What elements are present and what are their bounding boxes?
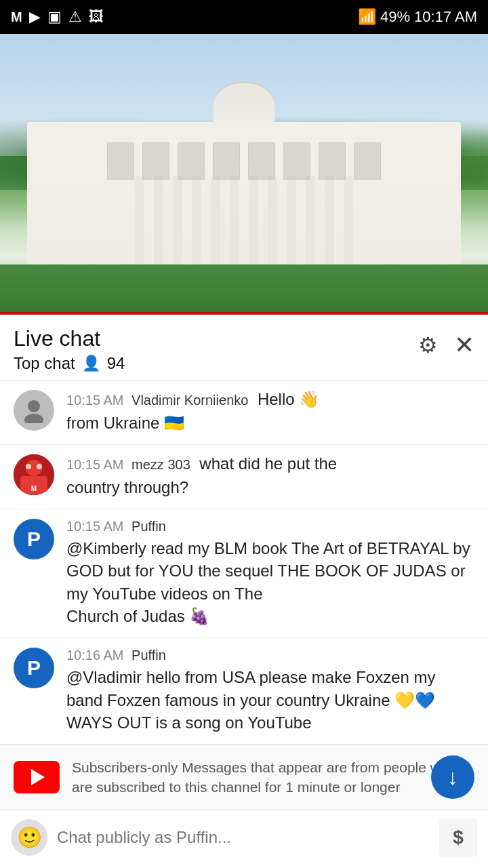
message-time: 10:15 AM [66, 457, 124, 472]
building-facade [27, 122, 461, 271]
svg-point-5 [26, 464, 31, 469]
app-icon-youtube: ▶ [29, 8, 41, 26]
message-meta: 10:16 AM Puffin [66, 648, 474, 663]
viewers-icon: 👤 [82, 355, 100, 372]
message-text: from Ukraine 🇺🇦 [66, 412, 474, 435]
lawn [0, 264, 488, 312]
app-icon-m: M [11, 9, 22, 25]
building-dome [214, 81, 274, 129]
chat-messages-list: 10:15 AM Vladimir Korniienko Hello 👋 fro… [0, 380, 488, 744]
chat-header-actions: ⚙ ✕ [418, 326, 474, 359]
message-username: mezz 303 [131, 457, 190, 472]
avatar-letter: P [27, 528, 41, 551]
chat-message: P 10:16 AM Puffin @Vladimir hello from U… [0, 638, 488, 745]
message-time: 10:15 AM [66, 393, 124, 408]
chat-input-bar: 🙂 $ [0, 810, 488, 865]
message-username: Vladimir Korniienko [131, 393, 248, 408]
subscriber-notice-text: Subscribers-only Messages that appear ar… [72, 757, 474, 797]
message-time: 10:16 AM [66, 648, 124, 663]
app-icon-alert: ⚠ [68, 8, 82, 26]
message-meta: 10:15 AM Puffin [66, 519, 474, 534]
avatar [14, 390, 54, 431]
message-body: 10:15 AM Puffin @Kimberly read my BLM bo… [66, 519, 474, 628]
avatar: M [14, 454, 54, 495]
scroll-down-arrow-icon: ↓ [447, 765, 458, 790]
chat-header-left: Live chat Top chat 👤 94 [14, 326, 125, 373]
app-icon-files: ▣ [47, 8, 62, 26]
status-right: 📶 49% 10:17 AM [358, 8, 477, 26]
close-icon[interactable]: ✕ [454, 331, 474, 359]
emoji-icon: 🙂 [17, 825, 42, 849]
video-player[interactable] [0, 34, 488, 312]
chat-message: M 10:15 AM mezz 303 what did he put the … [0, 445, 488, 509]
emoji-button[interactable]: 🙂 [11, 819, 47, 856]
svg-text:M: M [31, 485, 37, 492]
svg-point-1 [24, 414, 43, 423]
scroll-down-button[interactable]: ↓ [431, 755, 474, 799]
avatar: P [14, 648, 54, 688]
message-text-line2: Church of Judas 🍇 [66, 605, 474, 628]
top-chat-label[interactable]: Top chat [14, 354, 75, 373]
chat-message: 10:15 AM Vladimir Korniienko Hello 👋 fro… [0, 380, 488, 445]
message-body: 10:15 AM Vladimir Korniienko Hello 👋 fro… [66, 390, 474, 435]
message-body: 10:16 AM Puffin @Vladimir hello from USA… [66, 648, 474, 734]
youtube-logo [14, 761, 60, 793]
avatar: P [14, 519, 54, 559]
message-time: 10:15 AM [66, 519, 124, 534]
message-username: Puffin [131, 519, 166, 534]
settings-icon[interactable]: ⚙ [418, 332, 438, 358]
status-icons-left: M ▶ ▣ ⚠ 🖼 [11, 8, 104, 26]
message-text: @Kimberly read my BLM book The Art of BE… [66, 537, 474, 606]
message-body: 10:15 AM mezz 303 what did he put the co… [66, 454, 474, 499]
avatar-letter: P [27, 656, 41, 679]
chat-input[interactable] [57, 828, 430, 847]
message-username: Puffin [131, 648, 166, 663]
message-meta: 10:15 AM mezz 303 what did he put the [66, 454, 474, 473]
subscriber-notice: Subscribers-only Messages that appear ar… [0, 745, 488, 810]
message-meta: 10:15 AM Vladimir Korniienko Hello 👋 [66, 390, 474, 409]
time-display: 10:17 AM [414, 8, 477, 26]
super-chat-icon: $ [453, 827, 464, 848]
message-text: @Vladimir hello from USA please make Fox… [66, 666, 474, 734]
app-icon-image: 🖼 [89, 8, 104, 26]
wifi-icon: 📶 [358, 8, 376, 26]
message-text-inline: Hello 👋 [258, 390, 319, 408]
chat-header: Live chat Top chat 👤 94 ⚙ ✕ [0, 315, 488, 380]
live-chat-title: Live chat [14, 326, 125, 351]
chat-message: P 10:15 AM Puffin @Kimberly read my BLM … [0, 509, 488, 638]
battery-level: 49% [380, 8, 410, 26]
columns-row [135, 176, 353, 271]
windows-row [41, 142, 447, 180]
svg-point-0 [28, 400, 40, 412]
message-text: country through? [66, 476, 474, 499]
top-chat-row: Top chat 👤 94 [14, 354, 125, 373]
super-chat-button[interactable]: $ [439, 818, 477, 856]
svg-point-6 [37, 464, 42, 469]
youtube-play-icon [31, 769, 45, 785]
viewers-count: 94 [107, 354, 125, 373]
status-bar: M ▶ ▣ ⚠ 🖼 📶 49% 10:17 AM [0, 0, 488, 34]
message-text-inline: what did he put the [199, 454, 337, 473]
